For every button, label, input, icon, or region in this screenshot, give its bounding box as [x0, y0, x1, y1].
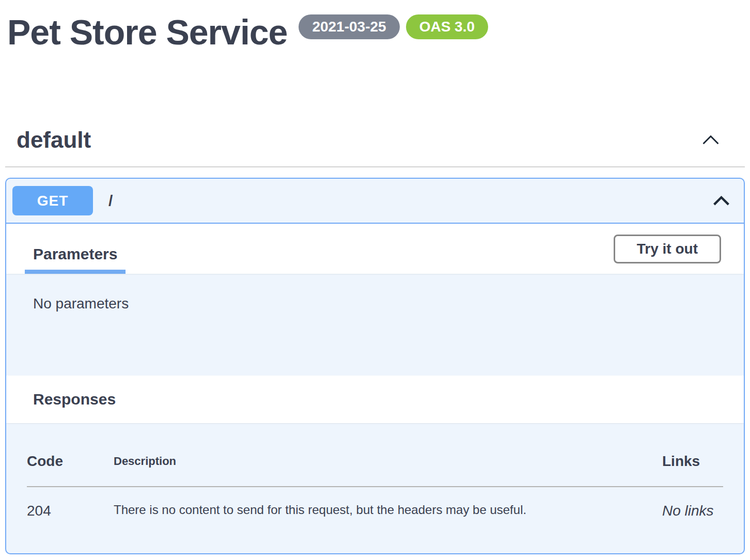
tag-section-header[interactable]: default — [0, 127, 750, 153]
operation-path: / — [108, 192, 113, 210]
api-info-header: Pet Store Service 2021-03-25 OAS 3.0 — [0, 0, 750, 51]
version-badge: 2021-03-25 — [299, 14, 399, 39]
tab-parameters[interactable]: Parameters — [25, 239, 126, 274]
opblock-get: GET / Parameters Try it out No parameter… — [5, 178, 745, 554]
response-links: No links — [662, 487, 723, 519]
parameters-body: No parameters — [6, 274, 744, 376]
column-header-description: Description — [114, 453, 662, 487]
column-header-links: Links — [662, 453, 723, 487]
page-title: Pet Store Service — [7, 13, 287, 51]
badges: 2021-03-25 OAS 3.0 — [299, 14, 488, 39]
tag-section-title: default — [17, 127, 91, 153]
column-header-code: Code — [27, 453, 114, 487]
responses-section-header: Responses — [6, 376, 744, 423]
opblock-summary[interactable]: GET / — [6, 179, 744, 224]
responses-body: Code Description Links 204 There is no c… — [6, 423, 744, 553]
response-row-204: 204 There is no content to send for this… — [27, 487, 723, 519]
response-description: There is no content to send for this req… — [114, 487, 662, 519]
responses-table-header-row: Code Description Links — [27, 453, 723, 487]
chevron-up-icon[interactable] — [712, 195, 731, 207]
tag-divider — [5, 166, 745, 167]
response-code: 204 — [27, 487, 114, 519]
responses-table: Code Description Links 204 There is no c… — [27, 453, 723, 519]
no-parameters-text: No parameters — [33, 295, 725, 312]
responses-title: Responses — [33, 391, 116, 408]
oas-version-badge: OAS 3.0 — [406, 14, 488, 39]
try-it-out-button[interactable]: Try it out — [614, 235, 721, 263]
parameters-section-header: Parameters Try it out — [6, 224, 744, 274]
http-method-button[interactable]: GET — [12, 186, 93, 215]
chevron-up-icon[interactable] — [701, 134, 720, 146]
